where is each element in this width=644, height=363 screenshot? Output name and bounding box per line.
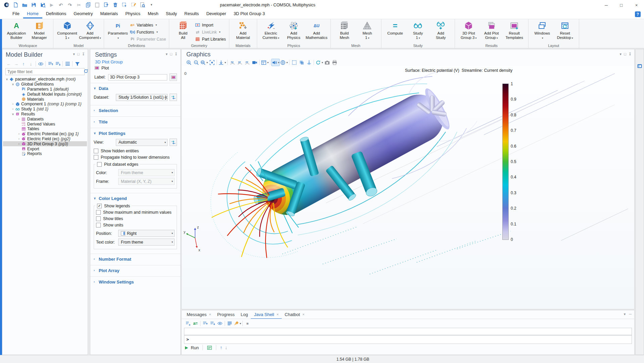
ribbon-button-electric-currents[interactable]: ElectricCurrents▾	[260, 20, 282, 40]
ribbon-button-add-plot-group[interactable]: Add PlotGroup▾	[480, 20, 503, 40]
history-down-icon[interactable]: ↓	[225, 345, 227, 350]
ribbon-button-add-component[interactable]: AddComponent▾	[79, 20, 101, 40]
section-header-data[interactable]: ∨Data	[94, 85, 177, 92]
console-icon[interactable]	[206, 345, 212, 350]
tab-close-icon[interactable]: ×	[209, 312, 211, 316]
movie-button[interactable]	[251, 59, 258, 66]
go-to-default-view-button[interactable]: ▾	[218, 59, 226, 66]
docked-panel-tab-icon[interactable]	[637, 63, 642, 69]
variable-names-button[interactable]: a=	[192, 320, 199, 327]
ribbon-button-application-builder[interactable]: AApplicationBuilder	[5, 20, 28, 40]
help-button[interactable]: ?	[635, 11, 641, 17]
open-button[interactable]	[21, 1, 28, 9]
plot-button[interactable]: Plot	[94, 65, 109, 70]
run-button-label[interactable]: Run	[191, 345, 199, 350]
stop-button[interactable]: ■	[244, 320, 251, 327]
tree-item-datasets[interactable]: ›▦Datasets	[3, 116, 87, 121]
clip-plane-button[interactable]	[305, 59, 313, 66]
tree-expander-icon[interactable]: ∨	[5, 77, 9, 81]
section-header-plot-array[interactable]: ›Plot Array	[94, 267, 177, 274]
panel-float-icon[interactable]: □	[170, 52, 172, 56]
move-down-button[interactable]: ↓	[27, 60, 35, 67]
ribbon-button-add-study[interactable]: AddStudy	[430, 20, 452, 40]
view-zx-button[interactable]: zx	[243, 59, 251, 66]
history-up-icon[interactable]: ↑	[220, 345, 222, 350]
panel-pin-icon[interactable]: ↧	[82, 52, 85, 56]
section-header-number-format[interactable]: ›Number Format	[94, 255, 177, 263]
tree-item-global-definitions[interactable]: ∨Global Definitions	[3, 82, 87, 87]
checkbox-unchecked[interactable]	[96, 223, 101, 227]
ribbon-button-part-libraries[interactable]: Part Libraries	[195, 36, 226, 42]
tree-item-study-1[interactable]: ›Study 1{std 1}	[3, 107, 87, 112]
menu-item-mesh[interactable]: Mesh	[144, 10, 162, 18]
collapse-list-button[interactable]	[209, 320, 216, 327]
find-button[interactable]	[139, 1, 146, 9]
scene-light-button[interactable]: ▾	[271, 59, 280, 66]
transparency-button[interactable]	[298, 59, 305, 66]
select-box-button[interactable]	[290, 59, 298, 66]
view-xy-button[interactable]: xy	[229, 59, 236, 66]
plot-window-button[interactable]	[170, 73, 177, 81]
tree-item-tables[interactable]: Tables	[3, 126, 87, 132]
panel-menu-icon[interactable]: ▾	[166, 52, 168, 56]
tree-expander-icon[interactable]: ›	[11, 102, 15, 106]
save-button[interactable]	[30, 1, 37, 9]
go-to-view-button[interactable]	[170, 139, 177, 146]
environment-button[interactable]: ▾	[280, 59, 288, 66]
duplicate-button[interactable]	[102, 1, 110, 9]
ribbon-button-add-physics[interactable]: AddPhysics	[283, 20, 305, 40]
tree-expander-icon[interactable]: ∨	[11, 83, 15, 86]
tree-item-default-model-inputs[interactable]: ◈Default Model Inputs{cminpt}	[3, 92, 87, 97]
ribbon-button-result-templates[interactable]: ResultTemplates	[503, 20, 525, 40]
menu-item-physics[interactable]: Physics	[122, 10, 144, 18]
tab-log[interactable]: Log	[238, 310, 251, 319]
nav-back-button[interactable]: ←	[5, 60, 12, 67]
ribbon-button-model-manager[interactable]: ModelManager	[28, 20, 50, 40]
checkbox-unchecked[interactable]	[96, 210, 101, 215]
tree-expander-icon[interactable]: ›	[17, 132, 21, 136]
tree-expander-icon[interactable]: ∨	[11, 112, 15, 116]
tree-item-materials[interactable]: Materials	[3, 97, 87, 102]
ribbon-button-component-1[interactable]: Component1▾	[56, 20, 78, 40]
ribbon-button-mesh-1[interactable]: Mesh1▾	[356, 20, 378, 40]
ribbon-button-functions[interactable]: f(x)Functions▾	[130, 29, 166, 35]
clean-console-button[interactable]: ▾	[233, 320, 241, 327]
select-view[interactable]: Automatic	[116, 139, 168, 146]
tab-close-icon[interactable]: ×	[276, 312, 278, 316]
refresh-icon[interactable]	[83, 68, 89, 74]
select-textcolor[interactable]: From theme	[118, 239, 175, 246]
section-header-color-legend[interactable]: ∨Color Legend	[94, 195, 177, 202]
tab-progress[interactable]: Progress	[214, 310, 238, 319]
delete-button[interactable]	[111, 1, 119, 9]
expand-list-button[interactable]	[201, 320, 209, 327]
model-tree-nodes-button[interactable]	[64, 60, 71, 67]
line-numbers-button[interactable]	[226, 320, 233, 327]
filter-input[interactable]	[5, 68, 85, 75]
new-file-button[interactable]	[12, 1, 19, 9]
copy-button[interactable]	[84, 1, 92, 9]
tree-expander-icon[interactable]: ›	[17, 137, 21, 141]
ribbon-button-3d-plot-group-3[interactable]: 3D PlotGroup 3▾	[458, 20, 480, 40]
checkbox-unchecked[interactable]	[96, 216, 101, 221]
section-header-selection[interactable]: ›Selection	[94, 107, 177, 114]
undo-button[interactable]: ↶	[57, 1, 64, 9]
go-to-source-button[interactable]	[170, 94, 177, 101]
menu-item-results[interactable]: Results	[181, 10, 202, 18]
ribbon-button-reset-desktop[interactable]: ResetDesktop▾	[554, 20, 576, 40]
tab-close-icon[interactable]: ×	[302, 312, 304, 316]
panel-pin-icon[interactable]: ↧	[175, 52, 178, 56]
select-dataset[interactable]: Study 1/Solution 1 (sol1) {dset1}	[116, 94, 168, 101]
ribbon-button-add-mathematics[interactable]: ΔUAddMathematics	[306, 20, 328, 40]
ribbon-button-compute[interactable]: =Compute	[384, 20, 406, 36]
tab-messages[interactable]: Messages×	[184, 310, 214, 319]
save-search-button[interactable]	[39, 1, 46, 9]
menu-item-definitions[interactable]: Definitions	[42, 10, 70, 18]
panel-menu-icon[interactable]: ▾	[620, 52, 622, 56]
zoom-extents-button[interactable]	[208, 59, 216, 66]
nav-forward-button[interactable]: →	[12, 60, 20, 67]
java-shell-console[interactable]: >	[184, 335, 632, 344]
java-shell-input[interactable]	[184, 328, 632, 335]
tree-item-export[interactable]: 101Export	[3, 146, 87, 151]
zoom-box-button[interactable]: ▾	[200, 59, 208, 66]
ribbon-button-parameter-case[interactable]: PiParameter Case	[130, 36, 166, 42]
